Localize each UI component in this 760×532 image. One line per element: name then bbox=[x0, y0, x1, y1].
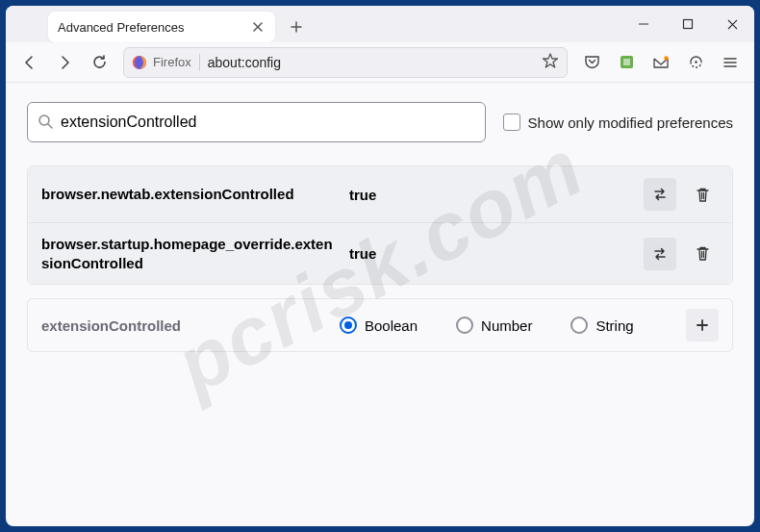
delete-button[interactable] bbox=[686, 178, 719, 211]
radio-label: Boolean bbox=[365, 317, 418, 334]
extension-button[interactable] bbox=[610, 46, 643, 79]
tab-close-button[interactable] bbox=[250, 19, 266, 35]
bookmark-star-icon[interactable] bbox=[542, 52, 559, 72]
app-menu-button[interactable] bbox=[714, 46, 747, 79]
radio-icon bbox=[570, 317, 588, 334]
forward-button[interactable] bbox=[48, 46, 81, 79]
radio-number[interactable]: Number bbox=[456, 317, 532, 334]
pref-new-name: extensionControlled bbox=[41, 317, 340, 334]
svg-rect-0 bbox=[684, 20, 693, 29]
nav-toolbar: Firefox about:config bbox=[6, 42, 754, 83]
svg-rect-3 bbox=[623, 59, 630, 65]
pref-search-input[interactable] bbox=[61, 114, 475, 131]
pref-name: browser.newtab.extensionControlled bbox=[41, 185, 340, 204]
identity-label: Firefox bbox=[153, 55, 191, 69]
back-button[interactable] bbox=[13, 46, 46, 79]
titlebar: Advanced Preferences bbox=[6, 6, 754, 42]
show-modified-checkbox[interactable]: Show only modified preferences bbox=[503, 114, 733, 131]
pref-name: browser.startup.homepage_override.extens… bbox=[41, 235, 340, 272]
pref-new-row: extensionControlled Boolean Number Strin… bbox=[27, 298, 733, 352]
toggle-button[interactable] bbox=[644, 178, 676, 211]
checkbox-icon bbox=[503, 114, 520, 131]
svg-point-5 bbox=[695, 61, 697, 63]
window-minimize-button[interactable] bbox=[621, 6, 666, 42]
window-close-button[interactable] bbox=[710, 6, 754, 42]
about-config-content: Show only modified preferences browser.n… bbox=[6, 83, 754, 371]
new-tab-button[interactable] bbox=[281, 12, 312, 42]
identity-separator bbox=[199, 54, 200, 71]
window-maximize-button[interactable] bbox=[666, 6, 710, 42]
shield-button[interactable] bbox=[679, 46, 712, 79]
toggle-button[interactable] bbox=[644, 238, 676, 270]
pref-value: true bbox=[349, 245, 634, 262]
tab-title: Advanced Preferences bbox=[58, 20, 242, 35]
radio-label: String bbox=[595, 317, 633, 334]
radio-icon bbox=[340, 317, 357, 334]
mail-button[interactable] bbox=[645, 46, 677, 79]
pref-row[interactable]: browser.newtab.extensionControlled true bbox=[28, 166, 732, 222]
pref-value: true bbox=[349, 187, 634, 203]
radio-boolean[interactable]: Boolean bbox=[340, 317, 418, 334]
add-pref-button[interactable] bbox=[686, 309, 719, 342]
delete-button[interactable] bbox=[686, 238, 719, 270]
search-icon bbox=[38, 114, 53, 132]
pref-type-radiogroup: Boolean Number String bbox=[340, 317, 686, 334]
url-bar[interactable]: Firefox about:config bbox=[123, 47, 568, 78]
radio-label: Number bbox=[481, 317, 532, 334]
pref-list: browser.newtab.extensionControlled true … bbox=[27, 165, 733, 285]
browser-tab[interactable]: Advanced Preferences bbox=[48, 12, 275, 42]
pref-row[interactable]: browser.startup.homepage_override.extens… bbox=[28, 222, 732, 284]
svg-point-4 bbox=[664, 56, 668, 60]
radio-icon bbox=[456, 317, 473, 334]
reload-button[interactable] bbox=[83, 46, 115, 79]
firefox-logo-icon bbox=[132, 55, 147, 70]
url-text: about:config bbox=[208, 55, 534, 70]
pref-search-box[interactable] bbox=[27, 102, 486, 142]
radio-string[interactable]: String bbox=[570, 317, 633, 334]
identity-box[interactable]: Firefox bbox=[132, 55, 191, 70]
show-modified-label: Show only modified preferences bbox=[528, 114, 733, 131]
pocket-button[interactable] bbox=[575, 46, 608, 79]
